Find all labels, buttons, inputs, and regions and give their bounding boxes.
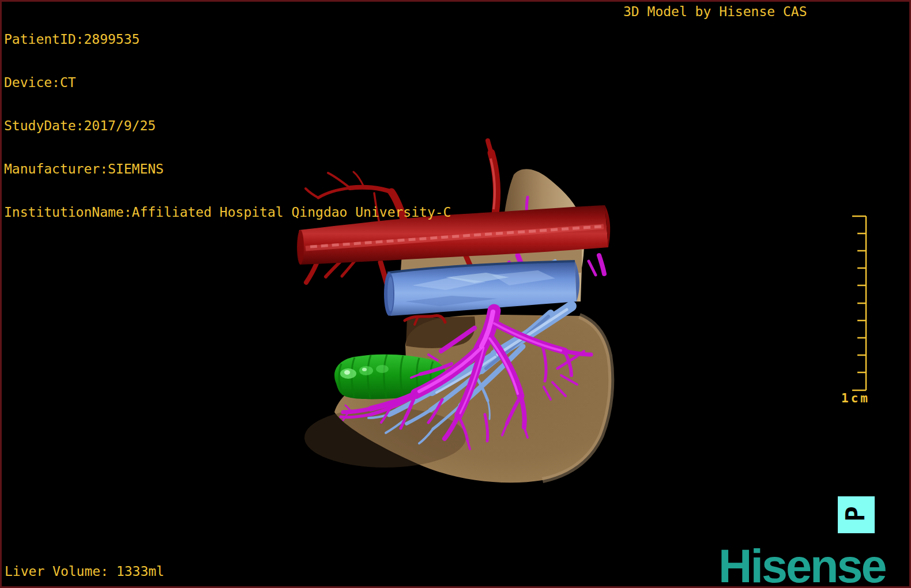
institution-line: InstitutionName:Affiliated Hospital Qing… — [4, 205, 451, 220]
liver-volume-text: Liver Volume: 1333ml — [5, 564, 164, 579]
scale-label: 1cm — [841, 391, 870, 405]
hisense-logo: Hisense — [718, 540, 886, 588]
device-line: Device:CT — [4, 76, 451, 90]
scale-ruler — [845, 212, 871, 398]
viewer-window: PatientID:2899535 Device:CT StudyDate:20… — [0, 0, 911, 588]
watermark-text: 3D Model by Hisense CAS — [623, 5, 807, 19]
patient-id-line: PatientID:2899535 — [4, 32, 451, 47]
study-date-line: StudyDate:2017/9/25 — [4, 119, 451, 133]
inferior-vena-cava-model[interactable] — [384, 261, 579, 316]
ruler-ticks — [852, 216, 866, 390]
orientation-letter: P — [841, 506, 870, 522]
orientation-marker: P — [838, 496, 875, 533]
manufacturer-line: Manufacturer:SIEMENS — [4, 162, 451, 176]
patient-info-overlay: PatientID:2899535 Device:CT StudyDate:20… — [4, 3, 451, 248]
